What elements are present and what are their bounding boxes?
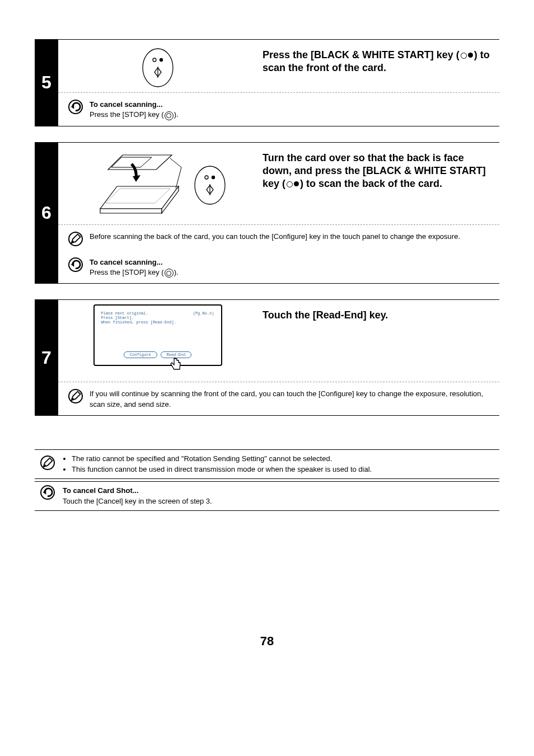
page-content: 5 Press the [BLACK & WHITE START] key ()… bbox=[35, 0, 499, 665]
svg-point-14 bbox=[211, 175, 214, 179]
stop-icon bbox=[165, 111, 174, 120]
page-number: 78 bbox=[35, 634, 499, 649]
undo-icon bbox=[40, 485, 55, 500]
step-number: 7 bbox=[35, 300, 58, 415]
bw-start-icon bbox=[461, 53, 473, 59]
pencil-icon bbox=[68, 232, 83, 246]
bw-start-icon bbox=[287, 181, 299, 187]
separator bbox=[58, 92, 499, 93]
undo-icon bbox=[68, 257, 83, 272]
cancel-text: Press the [STOP] key (). bbox=[90, 110, 179, 120]
hand-cursor-icon bbox=[168, 356, 183, 373]
step-7-title: Touch the [Read-End] key. bbox=[263, 304, 388, 322]
step-7: 7 Place next original. (Pg.No.x) Press [… bbox=[35, 299, 499, 415]
note-text: Before scanning the back of the card, yo… bbox=[90, 232, 460, 242]
info-bullet-1: The ratio cannot be specified and "Rotat… bbox=[72, 453, 372, 464]
cancel-heading: To cancel Card Shot... bbox=[63, 485, 212, 496]
separator bbox=[58, 224, 499, 225]
cancel-heading: To cancel scanning... bbox=[90, 257, 179, 267]
note-text: If you will continue by scanning the fro… bbox=[90, 389, 494, 409]
cancel-text: Press the [STOP] key (). bbox=[90, 267, 179, 278]
touch-panel-illustration: Place next original. (Pg.No.x) Press [St… bbox=[64, 304, 251, 366]
pencil-icon bbox=[68, 389, 83, 403]
svg-point-1 bbox=[153, 58, 156, 62]
cancel-heading: To cancel scanning... bbox=[90, 100, 179, 110]
svg-marker-5 bbox=[100, 209, 162, 213]
cancel-text: Touch the [Cancel] key in the screen of … bbox=[63, 496, 212, 507]
step-5: 5 Press the [BLACK & WHITE START] key ()… bbox=[35, 39, 499, 126]
stop-icon bbox=[165, 269, 174, 278]
svg-line-10 bbox=[170, 158, 181, 167]
scanner-illustration bbox=[64, 147, 251, 220]
cancel-note: To cancel scanning... Press the [STOP] k… bbox=[58, 252, 499, 284]
info-bullet-2: This function cannot be used in direct t… bbox=[72, 464, 372, 475]
info-note: Before scanning the back of the card, yo… bbox=[58, 229, 499, 252]
step-5-title: Press the [BLACK & WHITE START] key () t… bbox=[263, 44, 494, 75]
step-number: 6 bbox=[35, 143, 58, 284]
step-number: 5 bbox=[35, 40, 58, 126]
pencil-icon bbox=[40, 456, 55, 470]
cancel-note: To cancel scanning... Press the [STOP] k… bbox=[58, 97, 499, 126]
step-6: 6 bbox=[35, 142, 499, 284]
undo-icon bbox=[68, 100, 83, 114]
step-6-title: Turn the card over so that the back is f… bbox=[263, 147, 494, 191]
start-key-illustration bbox=[64, 44, 251, 88]
svg-point-2 bbox=[159, 58, 162, 62]
info-note: If you will continue by scanning the fro… bbox=[58, 387, 499, 415]
configure-button[interactable]: Configure bbox=[124, 351, 157, 358]
footer-info: The ratio cannot be specified and "Rotat… bbox=[35, 449, 499, 479]
svg-point-13 bbox=[205, 176, 208, 179]
svg-line-11 bbox=[176, 167, 181, 189]
footer-cancel: To cancel Card Shot... Touch the [Cancel… bbox=[35, 481, 499, 511]
separator bbox=[58, 382, 499, 382]
